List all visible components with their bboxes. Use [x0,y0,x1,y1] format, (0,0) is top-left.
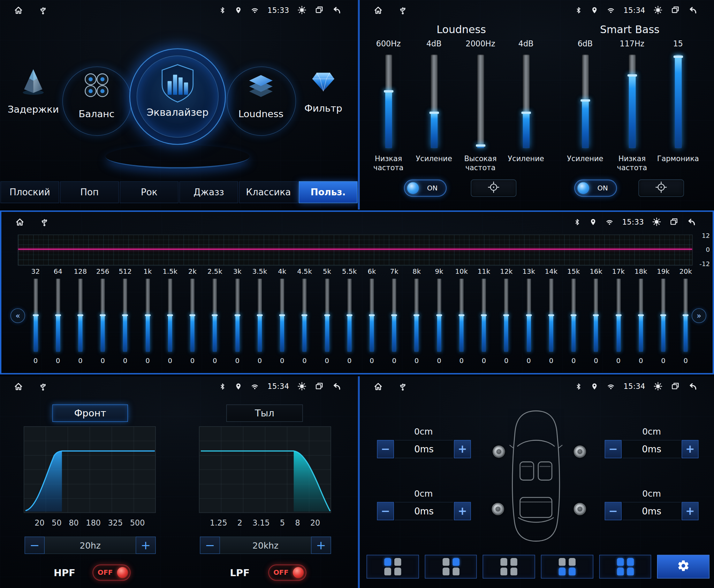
next-page-arrow[interactable]: » [692,308,706,323]
slider-track[interactable] [477,55,484,148]
listening-position-button[interactable] [541,555,593,579]
toggle-knob [293,567,304,578]
vertical-slider: 600Hz Низкая частота [363,39,413,173]
eq-band-slider[interactable] [235,279,240,352]
menu-item-delays[interactable]: Задержки [6,67,61,115]
delay-minus-button[interactable]: − [605,502,622,520]
eq-band-slider[interactable] [527,279,531,352]
home-icon[interactable] [373,5,383,15]
eq-band-slider[interactable] [33,279,38,352]
delay-minus-button[interactable]: − [605,440,622,458]
recent-apps-icon[interactable] [669,217,678,226]
eq-band-slider[interactable] [482,279,486,352]
eq-band-slider[interactable] [146,279,150,352]
eq-band-slider[interactable] [347,279,351,352]
eq-band-slider[interactable] [616,279,621,352]
tab-front[interactable]: Фронт [52,405,128,422]
eq-band-slider[interactable] [123,279,127,352]
slider-track[interactable] [523,55,530,148]
delay-plus-button[interactable]: + [682,440,698,458]
eq-band-slider[interactable] [684,279,688,352]
listening-position-button[interactable] [425,555,477,579]
delay-minus-button[interactable]: − [377,502,394,520]
eq-band-slider[interactable] [571,279,576,352]
back-icon[interactable] [332,5,341,15]
recent-apps-icon[interactable] [315,382,324,391]
slider-track[interactable] [385,55,392,148]
lpf-minus-button[interactable]: − [200,537,220,554]
listening-position-button[interactable] [599,555,651,579]
delay-settings-button[interactable] [657,555,709,579]
eq-band-slider[interactable] [504,279,508,352]
home-icon[interactable] [14,382,23,391]
listening-position-button[interactable] [366,555,419,579]
brightness-icon[interactable] [653,382,662,391]
recent-apps-icon[interactable] [671,6,680,15]
home-icon[interactable] [15,217,24,226]
loudness-on-toggle[interactable]: ON [404,180,447,197]
preset-button[interactable]: Поп [60,181,119,203]
brightness-icon[interactable] [297,6,306,15]
back-icon[interactable] [332,382,341,391]
recent-apps-icon[interactable] [315,6,324,15]
smartbass-tune-button[interactable] [638,180,684,197]
eq-band-slider[interactable] [392,279,396,352]
delay-plus-button[interactable]: + [454,502,471,520]
eq-band-slider[interactable] [303,279,307,352]
eq-band-slider[interactable] [370,279,374,352]
band-value: 0 [684,357,688,365]
home-icon[interactable] [373,382,383,391]
preset-button[interactable]: Классика [239,181,298,203]
menu-item-equalizer[interactable]: Эквалайзер [129,48,226,145]
eq-band-slider[interactable] [78,279,83,352]
listening-position-button[interactable] [483,555,535,579]
slider-track[interactable] [431,55,438,148]
lpf-plus-button[interactable]: + [311,537,331,554]
eq-band-slider[interactable] [661,279,666,352]
hpf-minus-button[interactable]: − [25,537,45,554]
eq-band-slider[interactable] [549,279,553,352]
slider-track[interactable] [675,55,682,148]
menu-item-balance[interactable]: Баланс [62,69,131,120]
back-icon[interactable] [688,5,698,15]
hpf-plus-button[interactable]: + [136,537,155,554]
hpf-off-toggle[interactable]: OFF [92,564,131,581]
eq-band-slider[interactable] [56,279,60,352]
prev-page-arrow[interactable]: « [10,308,25,323]
delay-plus-button[interactable]: + [454,440,471,458]
eq-band-slider[interactable] [101,279,105,352]
smartbass-on-toggle[interactable]: ON [574,180,617,197]
delay-plus-button[interactable]: + [682,502,698,520]
home-icon[interactable] [14,5,23,15]
recent-apps-icon[interactable] [671,382,680,391]
back-icon[interactable] [687,217,696,226]
eq-band-slider[interactable] [213,279,217,352]
eq-band-slider[interactable] [415,279,419,352]
eq-band-slider[interactable] [639,279,643,352]
menu-item-loudness[interactable]: Loudness [227,69,295,120]
preset-button[interactable]: Польз. [299,181,357,203]
eq-band-slider[interactable] [594,279,598,352]
preset-button[interactable]: Плоский [0,181,59,203]
brightness-icon[interactable] [652,217,661,226]
menu-item-filter[interactable]: Фильтр [295,67,351,114]
eq-band-slider[interactable] [168,279,172,352]
brightness-icon[interactable] [297,382,306,391]
back-icon[interactable] [688,382,698,391]
tab-rear[interactable]: Тыл [226,405,303,422]
eq-band-slider[interactable] [280,279,284,352]
band-value: 0 [526,357,531,365]
eq-band-slider[interactable] [437,279,441,352]
eq-band-slider[interactable] [459,279,464,352]
brightness-icon[interactable] [653,6,662,15]
lpf-off-toggle[interactable]: OFF [268,564,306,581]
eq-band-slider[interactable] [190,279,195,352]
slider-track[interactable] [582,55,589,148]
eq-band-slider[interactable] [325,279,329,352]
loudness-tune-button[interactable] [471,180,517,197]
delay-minus-button[interactable]: − [377,440,394,458]
slider-track[interactable] [629,55,636,148]
eq-band-slider[interactable] [258,279,262,352]
preset-button[interactable]: Рок [120,181,178,203]
preset-button[interactable]: Джазз [180,181,238,203]
